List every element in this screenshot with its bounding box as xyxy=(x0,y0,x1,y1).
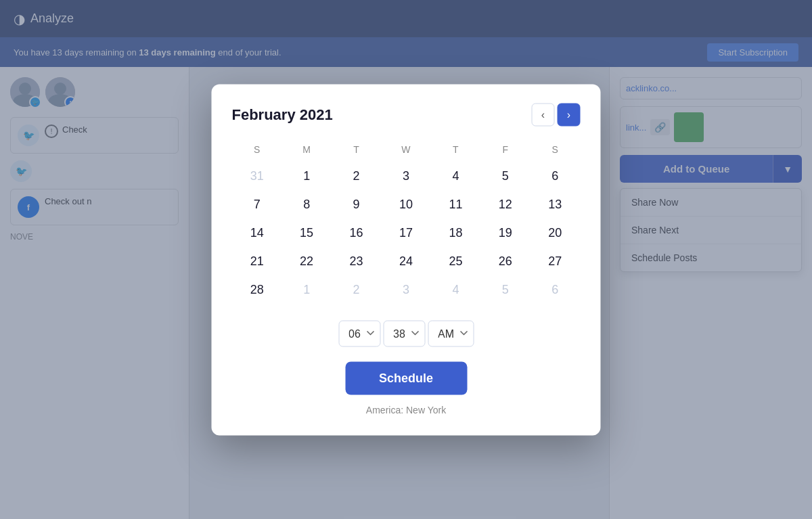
calendar-day-0-0: 31 xyxy=(232,162,281,190)
calendar-day-2-1[interactable]: 15 xyxy=(281,219,331,247)
hour-select[interactable]: 06070809 101112 0102030405 xyxy=(338,320,380,346)
calendar-modal: February 2021 ‹ › S M T W T F S 31123456… xyxy=(212,84,601,435)
calendar-day-1-3[interactable]: 10 xyxy=(381,190,430,219)
calendar-day-2-0[interactable]: 14 xyxy=(232,219,281,247)
schedule-button[interactable]: Schedule xyxy=(345,361,467,394)
weekday-fri: F xyxy=(480,139,530,162)
calendar-days: 3112345678910111213141516171819202122232… xyxy=(232,162,580,304)
calendar-day-3-0[interactable]: 21 xyxy=(232,247,281,275)
calendar-day-2-6[interactable]: 20 xyxy=(531,219,580,247)
calendar-day-1-5[interactable]: 12 xyxy=(480,190,530,219)
calendar-day-3-5[interactable]: 26 xyxy=(480,247,530,275)
calendar-day-3-3[interactable]: 24 xyxy=(381,247,430,275)
calendar-day-2-2[interactable]: 16 xyxy=(332,219,381,247)
calendar-day-4-0[interactable]: 28 xyxy=(232,275,281,304)
calendar-week-row-1: 78910111213 xyxy=(232,190,580,219)
calendar-day-3-1[interactable]: 22 xyxy=(281,247,331,275)
calendar-day-2-3[interactable]: 17 xyxy=(381,219,430,247)
weekday-tue: T xyxy=(332,139,381,162)
calendar-day-2-4[interactable]: 18 xyxy=(431,219,480,247)
time-selector-row: 06070809 101112 0102030405 3800153045 AM… xyxy=(232,320,581,346)
calendar-weekday-row: S M T W T F S xyxy=(232,139,580,162)
calendar-prev-button[interactable]: ‹ xyxy=(532,103,555,126)
calendar-week-row-3: 21222324252627 xyxy=(232,247,580,275)
weekday-thu: T xyxy=(431,139,480,162)
calendar-day-4-6: 6 xyxy=(531,275,580,304)
calendar-day-0-5[interactable]: 5 xyxy=(480,162,530,190)
calendar-day-0-6[interactable]: 6 xyxy=(531,162,580,190)
calendar-day-0-4[interactable]: 4 xyxy=(431,162,480,190)
calendar-day-4-1: 1 xyxy=(281,275,331,304)
calendar-day-1-2[interactable]: 9 xyxy=(332,190,381,219)
calendar-navigation: ‹ › xyxy=(532,103,581,126)
weekday-wed: W xyxy=(381,139,430,162)
calendar-day-1-6[interactable]: 13 xyxy=(531,190,580,219)
calendar-day-3-4[interactable]: 25 xyxy=(431,247,480,275)
calendar-title: February 2021 xyxy=(232,106,333,123)
calendar-week-row-0: 31123456 xyxy=(232,162,580,190)
calendar-day-0-2[interactable]: 2 xyxy=(332,162,381,190)
calendar-week-row-2: 14151617181920 xyxy=(232,219,580,247)
calendar-day-0-1[interactable]: 1 xyxy=(281,162,331,190)
calendar-day-1-0[interactable]: 7 xyxy=(232,190,281,219)
calendar-day-4-2: 2 xyxy=(332,275,381,304)
calendar-next-button[interactable]: › xyxy=(558,103,581,126)
calendar-day-3-2[interactable]: 23 xyxy=(332,247,381,275)
calendar-day-4-5: 5 xyxy=(480,275,530,304)
weekday-sun: S xyxy=(232,139,281,162)
weekday-sat: S xyxy=(531,139,580,162)
calendar-header: February 2021 ‹ › xyxy=(232,103,581,126)
weekday-mon: M xyxy=(281,139,331,162)
timezone-label: America: New York xyxy=(232,404,581,415)
calendar-day-2-5[interactable]: 19 xyxy=(480,219,530,247)
period-select[interactable]: AMPM xyxy=(428,320,474,346)
calendar-day-3-6[interactable]: 27 xyxy=(531,247,580,275)
minute-select[interactable]: 3800153045 xyxy=(383,320,425,346)
calendar-day-4-3: 3 xyxy=(381,275,430,304)
calendar-day-0-3[interactable]: 3 xyxy=(381,162,430,190)
calendar-day-1-4[interactable]: 11 xyxy=(431,190,480,219)
calendar-day-4-4: 4 xyxy=(431,275,480,304)
calendar-grid: S M T W T F S 31123456789101112131415161… xyxy=(232,139,581,304)
calendar-day-1-1[interactable]: 8 xyxy=(281,190,331,219)
calendar-week-row-4: 28123456 xyxy=(232,275,580,304)
